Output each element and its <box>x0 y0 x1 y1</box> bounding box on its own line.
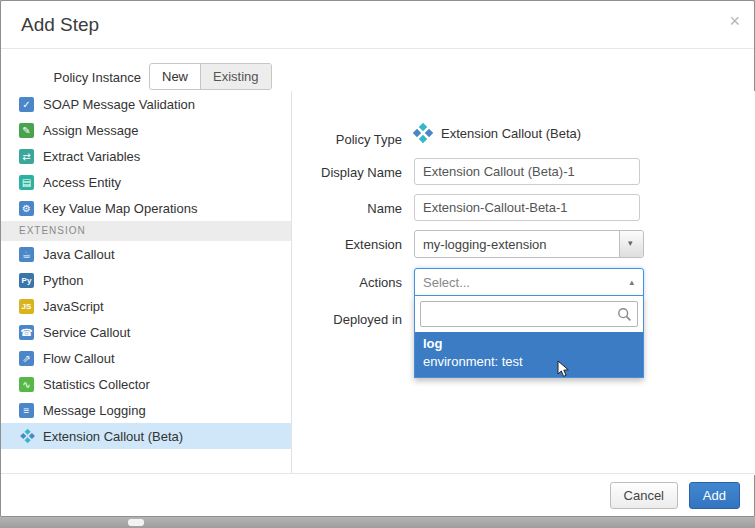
action-option-subtitle: environment: test <box>423 353 635 371</box>
extension-callout-icon <box>21 430 32 443</box>
policy-item-label: Key Value Map Operations <box>43 201 197 216</box>
assign-message-icon: ✎ <box>19 123 34 138</box>
service-callout-icon: ☎ <box>19 325 34 340</box>
policy-item-label: Extract Variables <box>43 149 140 164</box>
sidebar-item-statistics-collector[interactable]: ∿ Statistics Collector <box>1 371 291 397</box>
section-header-extension: EXTENSION <box>1 221 291 241</box>
name-field[interactable] <box>414 194 640 221</box>
sidebar-item-soap-message-validation[interactable]: ✓ SOAP Message Validation <box>1 91 291 117</box>
python-icon: Py <box>19 273 34 288</box>
toggle-new[interactable]: New <box>150 64 200 89</box>
actions-select[interactable]: Select... ▴ <box>414 268 644 296</box>
display-name-label: Display Name <box>292 165 402 180</box>
add-button[interactable]: Add <box>689 482 740 509</box>
mouse-cursor-icon <box>556 360 571 378</box>
policy-type-value: Extension Callout (Beta) <box>414 124 581 142</box>
actions-search-box <box>420 301 638 327</box>
sidebar-item-java-callout[interactable]: ☕ Java Callout <box>1 241 291 267</box>
chevron-up-icon: ▴ <box>629 277 634 287</box>
actions-label: Actions <box>292 275 402 290</box>
sidebar-item-python[interactable]: Py Python <box>1 267 291 293</box>
sidebar-item-extract-variables[interactable]: ⇄ Extract Variables <box>1 143 291 169</box>
chevron-down-icon: ▾ <box>628 238 633 248</box>
key-value-map-operations-icon: ⚙ <box>19 201 34 216</box>
action-option-title: log <box>423 335 635 353</box>
policy-item-label: Message Logging <box>43 403 146 418</box>
sidebar-item-javascript[interactable]: JS JavaScript <box>1 293 291 319</box>
policy-item-label: Python <box>43 273 83 288</box>
search-icon <box>617 307 632 322</box>
sidebar-item-service-callout[interactable]: ☎ Service Callout <box>1 319 291 345</box>
action-option-log[interactable]: log environment: test <box>415 332 643 377</box>
page-behind-modal <box>0 517 755 528</box>
access-entity-icon: ▤ <box>19 175 34 190</box>
policy-instance-label: Policy Instance <box>1 70 141 85</box>
policy-item-label: Flow Callout <box>43 351 115 366</box>
name-label: Name <box>292 201 402 216</box>
actions-search-input[interactable] <box>421 302 637 326</box>
policy-list: ✓ SOAP Message Validation ✎ Assign Messa… <box>1 91 291 475</box>
sidebar-item-key-value-map-operations[interactable]: ⚙ Key Value Map Operations <box>1 195 291 221</box>
policy-item-label: Assign Message <box>43 123 138 138</box>
extension-select-value: my-logging-extension <box>423 237 547 252</box>
policy-instance-toggle: New Existing <box>149 63 272 90</box>
extract-variables-icon: ⇄ <box>19 149 34 164</box>
extension-select-arrow-button[interactable]: ▾ <box>619 231 643 257</box>
soap-message-validation-icon: ✓ <box>19 97 34 112</box>
sidebar-item-flow-callout[interactable]: ⇗ Flow Callout <box>1 345 291 371</box>
toggle-existing[interactable]: Existing <box>200 64 271 89</box>
policy-item-label: Access Entity <box>43 175 121 190</box>
dialog-title: Add Step <box>21 14 99 36</box>
javascript-icon: JS <box>19 299 34 314</box>
background-page-fragment <box>128 519 144 526</box>
actions-select-placeholder: Select... <box>423 275 470 290</box>
extension-callout-icon <box>414 124 432 142</box>
cancel-button[interactable]: Cancel <box>610 482 678 509</box>
statistics-collector-icon: ∿ <box>19 377 34 392</box>
sidebar-item-extension-callout-beta[interactable]: Extension Callout (Beta) <box>1 423 291 449</box>
dialog-footer: Cancel Add <box>1 473 754 516</box>
policy-type-text: Extension Callout (Beta) <box>441 126 581 141</box>
flow-callout-icon: ⇗ <box>19 351 34 366</box>
policy-item-label: SOAP Message Validation <box>43 97 195 112</box>
java-callout-icon: ☕ <box>19 247 34 262</box>
display-name-field[interactable] <box>414 158 640 185</box>
extension-label: Extension <box>292 237 402 252</box>
sidebar-item-message-logging[interactable]: ≡ Message Logging <box>1 397 291 423</box>
extension-select[interactable]: my-logging-extension ▾ <box>414 230 644 258</box>
deployed-in-label: Deployed in <box>292 312 402 327</box>
policy-item-label: Statistics Collector <box>43 377 150 392</box>
close-icon[interactable]: × <box>729 12 740 30</box>
message-logging-icon: ≡ <box>19 403 34 418</box>
policy-item-label: Extension Callout (Beta) <box>43 429 183 444</box>
policy-item-label: Service Callout <box>43 325 130 340</box>
policy-form: Policy Type Extension Callout (Beta) Dis… <box>291 91 755 475</box>
policy-item-label: Java Callout <box>43 247 115 262</box>
add-step-dialog: Add Step × Policy Instance New Existing … <box>0 0 755 517</box>
dialog-header: Add Step × <box>1 1 754 49</box>
sidebar-item-access-entity[interactable]: ▤ Access Entity <box>1 169 291 195</box>
actions-dropdown-panel: log environment: test <box>414 295 644 378</box>
policy-type-label: Policy Type <box>292 132 402 147</box>
sidebar-item-assign-message[interactable]: ✎ Assign Message <box>1 117 291 143</box>
policy-item-label: JavaScript <box>43 299 104 314</box>
